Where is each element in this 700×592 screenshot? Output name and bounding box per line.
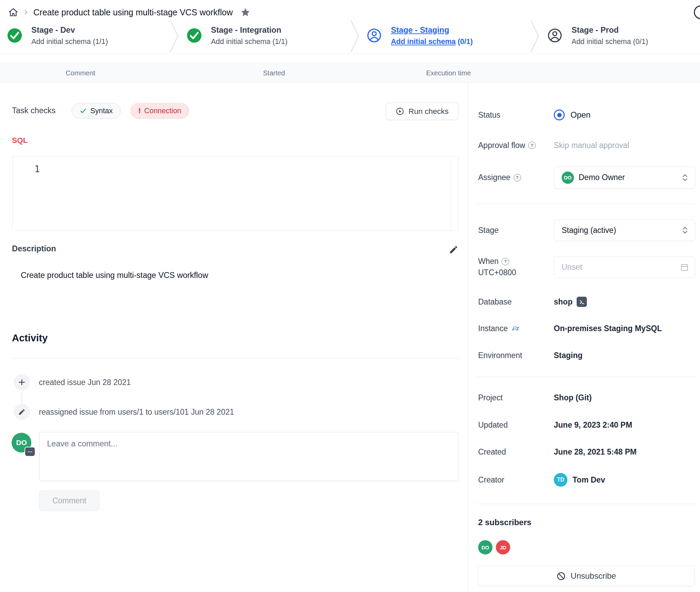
person-circle-icon [547,28,563,43]
environment-row: Environment Staging [478,345,695,366]
comment-bubble-icon [25,447,35,457]
radio-dot [557,113,562,117]
home-icon[interactable] [8,7,18,17]
stage-subtitle: Add initial schema (0/1) [391,37,473,46]
instance-value: On-premises Staging MySQL [554,324,662,333]
database-row: Database shop [478,292,695,312]
status-radio-open[interactable] [554,109,565,120]
created-value: June 28, 2021 5:48 PM [554,447,637,457]
when-row: When ? UTC+0800 [478,254,695,280]
top-bar: Create product table using multi-stage V… [0,0,700,54]
activity-item-text: reassigned issue from users/1 to users/1… [39,408,189,416]
assignee-row: Assignee ? DO Demo Owner [478,166,695,189]
stage-subtitle: Add initial schema (0/1) [572,37,648,46]
when-timezone: UTC+0800 [478,268,554,277]
stage-separator [350,20,360,53]
activity-connector [21,392,22,403]
run-checks-button[interactable]: Run checks [386,103,458,120]
status-row: Status Open [478,104,695,126]
sql-editor[interactable]: 1 [12,157,458,231]
edit-description-pencil-icon[interactable] [449,245,458,254]
description-label: Description [12,244,56,253]
sql-editor-scroll-divider [450,157,451,231]
pipeline-stage-staging[interactable]: Stage - Staging Add initial schema (0/1) [366,20,473,51]
sql-terminal-icon[interactable] [577,297,587,307]
updated-row: Updated June 9, 2023 2:40 PM [478,415,695,435]
stage-separator [530,20,540,53]
task-table-header: Comment Started Execution time [0,63,700,83]
sql-line-number: 1 [34,164,40,174]
assignee-select[interactable]: DO Demo Owner [554,166,695,189]
environment-label: Environment [478,351,554,360]
approval-flow-label: Approval flow [478,141,525,150]
avatar: JD [495,539,511,555]
creator-value: Tom Dev [573,475,605,485]
unsubscribe-button[interactable]: Unsubscribe [478,566,695,586]
project-row: Project Shop (Git) [478,387,695,408]
created-row: Created June 28, 2021 5:48 PM [478,442,695,462]
check-connection-pill[interactable]: ! Connection [131,103,189,119]
instance-row: Instance On-premises Staging MySQL [478,318,695,339]
play-circle-icon [396,107,404,116]
unsubscribe-label: Unsubscribe [570,571,616,581]
comment-input[interactable] [39,432,458,481]
check-circle-icon [7,28,22,43]
creator-row: Creator TD Tom Dev [478,470,695,490]
question-circle-icon[interactable]: ? [514,174,521,181]
stage-label: Stage [478,226,554,235]
sidebar-section-divider [476,504,695,504]
question-circle-icon[interactable]: ? [502,258,509,265]
pipeline-stage-prod[interactable]: Stage - Prod Add initial schema (0/1) [547,20,648,51]
creator-label: Creator [478,475,554,485]
pencil-icon [14,404,30,420]
check-syntax-pill[interactable]: Syntax [72,103,121,119]
approval-flow-value: Skip manual approval [554,141,629,150]
run-checks-label: Run checks [409,107,449,116]
star-icon[interactable] [240,7,250,17]
when-input[interactable] [554,256,695,278]
check-icon [79,107,87,115]
help-circle-icon[interactable] [694,5,700,19]
breadcrumb: Create product table using multi-stage V… [8,5,250,20]
breadcrumb-chevron-icon [23,10,29,15]
check-connection-label: Connection [144,107,181,115]
stage-subtitle: Add initial schema (1/1) [31,37,108,46]
stage-separator [170,20,179,53]
sidebar-section-divider [476,204,695,204]
status-value: Open [570,110,591,120]
pipeline-stage-dev[interactable]: Stage - Dev Add initial schema (1/1) [7,20,108,51]
subscribers-heading: 2 subscribers [478,518,531,527]
environment-value: Staging [554,351,582,360]
pipeline-stage-integration[interactable]: Stage - Integration Add initial schema (… [186,20,288,51]
description-text[interactable]: Create product table using multi-stage V… [21,271,208,280]
column-started: Started [263,69,285,77]
approval-flow-row: Approval flow ? Skip manual approval [478,134,695,156]
stage-select[interactable]: Staging (active) [554,219,695,241]
when-label: When [478,257,499,266]
column-execution-time: Execution time [426,69,471,77]
stage-subtitle-link[interactable]: Add initial schema [391,38,456,46]
stage-title: Stage - Integration [211,25,288,35]
check-syntax-label: Syntax [90,107,113,115]
database-value[interactable]: shop [554,297,573,307]
created-label: Created [478,447,554,457]
stage-subtitle-count: (0/1) [458,38,473,46]
calendar-icon[interactable] [680,263,689,272]
activity-item-text: created issue [39,378,86,387]
sql-label: SQL [12,136,28,145]
activity-item-date: Jun 28 2021 [191,408,234,416]
stage-title: Stage - Prod [572,25,648,35]
issue-detail-page: Create product table using multi-stage V… [0,0,700,592]
updated-value: June 9, 2023 2:40 PM [554,420,632,430]
sidebar-divider [468,82,468,592]
stage-subtitle: Add initial schema (1/1) [211,37,288,46]
stage-title[interactable]: Stage - Staging [391,25,473,35]
task-checks-label: Task checks [12,106,56,115]
question-circle-icon[interactable]: ? [528,142,536,149]
assignee-label: Assignee [478,173,511,182]
ban-icon [557,572,566,581]
comment-button[interactable]: Comment [39,490,100,511]
instance-label: Instance [478,324,508,333]
chevron-up-down-icon [681,226,689,235]
chevron-up-down-icon [681,173,689,182]
